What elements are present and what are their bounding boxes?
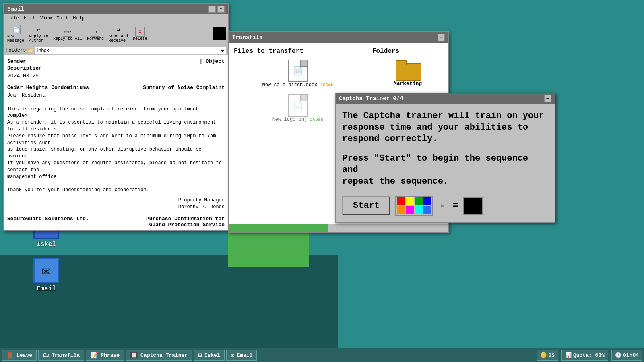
captcha-title: Captcha Trainer 0/4 bbox=[339, 95, 403, 102]
color-orange bbox=[397, 206, 405, 214]
transfila-title: Transfila bbox=[232, 34, 263, 41]
taskbar-email-btn[interactable]: ✉ Email bbox=[226, 350, 257, 361]
email-2-subject: Purchase Confirmation forGuard Protectio… bbox=[146, 216, 225, 228]
captcha-start-button[interactable]: Start bbox=[342, 196, 390, 215]
email-icon-label: Email bbox=[37, 285, 56, 292]
taskbar-captcha-btn[interactable]: 🔲 Captcha Trainer bbox=[126, 350, 192, 361]
iskel-taskbar-icon: ⊞ bbox=[198, 351, 202, 359]
email-1-sig-line2: Dorothy P. Jones bbox=[7, 204, 225, 211]
transfila-taskbar-icon: 🗂 bbox=[43, 352, 49, 359]
folder-item-marketing[interactable]: Marketing bbox=[372, 60, 443, 87]
file-icon-2: 📄 bbox=[288, 94, 308, 117]
email-scroll[interactable]: Sender | Object Description 2024-03-25 C… bbox=[4, 55, 228, 230]
captcha-result-box bbox=[463, 197, 483, 215]
taskbar-transfila-btn[interactable]: 🗂 Transfila bbox=[38, 350, 84, 361]
email-content-area: Sender | Object Description 2024-03-25 C… bbox=[4, 55, 228, 230]
taskbar-leave-btn[interactable]: 🚪 Leave bbox=[2, 350, 37, 361]
file-1-name: New sale pitch.docx 100mb bbox=[262, 82, 333, 88]
transfila-titlebar: Transfila — bbox=[229, 32, 448, 43]
email-menu-view[interactable]: View bbox=[40, 15, 52, 21]
captcha-color-grid bbox=[395, 196, 433, 216]
file-icon-1: 📄 bbox=[288, 60, 308, 82]
phrase-icon: 📝 bbox=[90, 351, 98, 359]
email-2-greeting: Dear Rose, bbox=[7, 230, 225, 230]
captcha-desc-line3: respond correctly. bbox=[342, 134, 438, 144]
taskbar-right: 🪙 0$ 📊 Quota: 63% 🕐 01h04 bbox=[537, 350, 642, 361]
taskbar-phrase-btn[interactable]: 📝 Phrase bbox=[86, 350, 124, 361]
email-1-body: Dear Resident, This is regarding the noi… bbox=[7, 92, 225, 211]
description-label: | Object bbox=[200, 58, 225, 64]
taskbar-transfila-label: Transfila bbox=[52, 352, 80, 358]
reply-to-author-btn[interactable]: ↩ Reply toAuthor bbox=[27, 24, 50, 44]
taskbar-clock: 🕐 01h04 bbox=[611, 350, 642, 361]
taskbar-iskel-label: Iskel bbox=[204, 352, 220, 358]
email-1-sender: Cedar Heights Condominiums bbox=[7, 85, 89, 91]
email-icon-image: ✉ bbox=[33, 258, 59, 283]
email-1-sig-line1: Property Manager bbox=[7, 197, 225, 204]
money-value: 0$ bbox=[548, 352, 555, 358]
desktop-green-rect bbox=[228, 231, 309, 267]
send-receive-btn[interactable]: ⇄ Send andReceive bbox=[107, 24, 130, 44]
transfila-close-btn[interactable]: — bbox=[438, 34, 445, 41]
sender-label: Sender bbox=[7, 58, 26, 64]
reply-all-btn[interactable]: ↩↩ Reply to All bbox=[52, 26, 84, 42]
email-menu-file[interactable]: File bbox=[7, 15, 19, 21]
email-titlebar: Email _ ✕ bbox=[4, 4, 228, 14]
email-1-closing: Thank you for your understanding and coo… bbox=[7, 187, 225, 194]
folders-select[interactable]: Inbox bbox=[35, 47, 226, 54]
email-1-subject: Summary of Noise Complaint bbox=[143, 85, 225, 91]
email-1-signature: Property Manager Dorothy P. Jones bbox=[7, 197, 225, 211]
taskbar-phrase-label: Phrase bbox=[101, 352, 120, 358]
email-menu-edit[interactable]: Edit bbox=[24, 15, 35, 21]
captcha-desc-line1: The Captcha trainer will train on your bbox=[342, 111, 544, 121]
captcha-window: Captcha Trainer 0/4 — The Captcha traine… bbox=[335, 93, 555, 223]
email-date: 2024-03-25 bbox=[7, 73, 225, 79]
transfila-progress-bar bbox=[229, 224, 328, 232]
delete-btn[interactable]: ✗ Delete bbox=[131, 26, 149, 42]
email-title: Email bbox=[7, 6, 24, 12]
email-menu-help[interactable]: Help bbox=[73, 15, 85, 21]
captcha-taskbar-icon: 🔲 bbox=[130, 351, 138, 359]
iskel-icon-label: Iskel bbox=[37, 241, 56, 248]
email-2-body: Dear Rose, We appreciate your trust in o… bbox=[7, 230, 225, 230]
email-entry-1: Cedar Heights Condominiums Summary of No… bbox=[7, 82, 225, 213]
color-blue bbox=[423, 197, 431, 205]
email-taskbar-icon: ✉ bbox=[231, 351, 235, 359]
reply-all-icon: ↩↩ bbox=[63, 27, 72, 37]
email-entry-2-header: SecureGuard Solutions Ltd. Purchase Conf… bbox=[7, 216, 225, 228]
new-message-btn[interactable]: 📄 NewMessage bbox=[6, 24, 26, 44]
captcha-titlebar: Captcha Trainer 0/4 — bbox=[336, 93, 555, 104]
captcha-prompt-line1: Press "Start" to begin the sequence and bbox=[342, 153, 528, 175]
email-1-greeting: Dear Resident, bbox=[7, 92, 225, 99]
reply-author-icon: ↩ bbox=[34, 25, 43, 34]
email-entry-1-header: Cedar Heights Condominiums Summary of No… bbox=[7, 85, 225, 91]
taskbar: 🚪 Leave 🗂 Transfila 📝 Phrase 🔲 Captcha T… bbox=[0, 348, 644, 362]
file-item-1[interactable]: 📄 New sale pitch.docx 100mb bbox=[234, 60, 362, 88]
captcha-close-btn[interactable]: — bbox=[544, 95, 551, 102]
transfila-folders-title: Folders bbox=[372, 48, 443, 55]
clock-icon: 🕐 bbox=[615, 352, 621, 358]
taskbar-iskel-btn[interactable]: ⊞ Iskel bbox=[194, 350, 225, 361]
captcha-controls: Start ▶ = bbox=[342, 196, 548, 216]
email-desktop-icon[interactable]: ✉ Email bbox=[26, 258, 66, 292]
color-red bbox=[397, 197, 405, 205]
folders-folder-icon: 📁 bbox=[27, 48, 33, 54]
file-2-size: 256mb bbox=[310, 117, 323, 122]
email-window: Email _ ✕ File Edit View Mail Help 📄 New… bbox=[3, 3, 229, 231]
quota-value: Quota: 63% bbox=[573, 352, 605, 358]
color-cyan bbox=[415, 206, 423, 214]
email-preview-box bbox=[213, 27, 226, 40]
taskbar-email-label: Email bbox=[237, 352, 252, 358]
forward-btn[interactable]: → Forward bbox=[85, 26, 105, 42]
captcha-body: The Captcha trainer will train on your r… bbox=[336, 104, 555, 222]
delete-icon: ✗ bbox=[135, 27, 145, 37]
color-yellow bbox=[406, 197, 414, 205]
email-1-para1: This is regarding the noise complaint re… bbox=[7, 106, 225, 180]
taskbar-captcha-label: Captcha Trainer bbox=[140, 352, 188, 358]
email-2-sender: SecureGuard Solutions Ltd. bbox=[7, 216, 89, 228]
send-receive-icon: ⇄ bbox=[114, 25, 123, 34]
email-menu-bar: File Edit View Mail Help bbox=[4, 14, 228, 22]
email-minimize-btn[interactable]: _ bbox=[208, 6, 216, 13]
email-menu-mail[interactable]: Mail bbox=[56, 15, 68, 21]
email-close-btn[interactable]: ✕ bbox=[217, 6, 225, 13]
